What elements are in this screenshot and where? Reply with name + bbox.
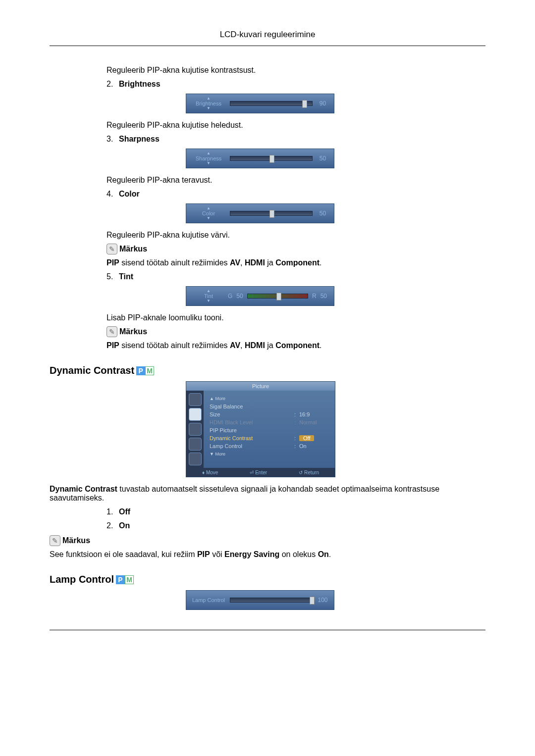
bold-text: PIP xyxy=(197,550,210,558)
item-label: Brightness xyxy=(119,80,160,89)
slider-thumb xyxy=(269,155,274,163)
osd-title: Picture xyxy=(186,382,335,391)
item-brightness: 2. Brightness xyxy=(107,80,485,89)
osd-row-dynamic-contrast: Dynamic Contrast:Off xyxy=(210,434,329,442)
item-label: Sharpness xyxy=(119,135,160,144)
item-label: Off xyxy=(119,507,130,516)
color-slider-widget: ▲ Color ▼ 50 xyxy=(186,203,334,223)
note-row: ✎ Märkus xyxy=(50,535,485,546)
tint-r-label: R xyxy=(312,293,317,300)
text: , xyxy=(240,258,245,267)
tint-slider-widget: ▲ Tint ▼ G 50 R 50 xyxy=(186,286,334,306)
dc-note-text: See funktsioon ei ole saadaval, kui reži… xyxy=(50,550,485,559)
slider-label-column: ▲ Tint ▼ xyxy=(191,289,226,303)
slider-value: 100 xyxy=(317,597,329,604)
bold-text: On xyxy=(318,550,329,558)
bold-text: Dynamic Contrast xyxy=(50,485,117,493)
dc-option-on: 2. On xyxy=(50,521,485,530)
slider-track xyxy=(230,156,313,161)
slider-track xyxy=(230,101,313,106)
text: ja xyxy=(265,341,275,350)
tint-g-value: 50 xyxy=(236,293,243,300)
osd-footer: ♦ Move ⏎ Enter ↺ Return xyxy=(186,468,335,477)
slider-value: 90 xyxy=(317,100,329,107)
item-number: 1. xyxy=(107,507,119,516)
note-label: Märkus xyxy=(62,536,90,545)
slider-thumb xyxy=(276,293,281,301)
color-note-text: PIP sisend töötab ainult režiimides AV, … xyxy=(107,258,485,267)
osd-row-lamp-control: Lamp Control:On xyxy=(210,442,329,450)
arrow-down-icon: ▼ xyxy=(207,106,211,110)
note-icon: ✎ xyxy=(107,326,117,337)
note-label: Märkus xyxy=(119,327,147,336)
bold-text: PIP xyxy=(107,341,119,350)
slider-track xyxy=(230,211,313,216)
item-label: Tint xyxy=(119,272,133,281)
bold-text: Energy Saving xyxy=(224,550,279,558)
tint-r-value: 50 xyxy=(321,293,327,300)
osd-menu-icon xyxy=(189,408,202,421)
slider-label-column: ▲ Brightness ▼ xyxy=(191,97,226,110)
item-number: 3. xyxy=(107,135,119,144)
pm-icon: P M xyxy=(136,366,154,375)
osd-more-up: ▲ More xyxy=(210,395,329,403)
osd-row-pip-picture: PIP Picture xyxy=(210,426,329,434)
item-tint: 5. Tint xyxy=(107,272,485,281)
m-icon: M xyxy=(125,575,134,584)
osd-menu-icon xyxy=(189,438,202,451)
bold-text: HDMI xyxy=(245,258,265,267)
tint-note-text: PIP sisend töötab ainult režiimides AV, … xyxy=(107,341,485,350)
bold-text: AV xyxy=(230,341,240,350)
text: sisend töötab ainult režiimides xyxy=(119,341,230,350)
item-color: 4. Color xyxy=(107,190,485,199)
note-row: ✎ Märkus xyxy=(107,244,485,254)
item-number: 2. xyxy=(107,521,119,530)
slider-thumb xyxy=(302,100,307,108)
heading-text: Dynamic Contrast xyxy=(50,365,134,376)
intro-text: Reguleerib PIP-akna kujutise kontrastsus… xyxy=(107,66,485,75)
lamp-control-slider-widget: Lamp Control 100 xyxy=(186,590,334,610)
osd-menu-icon xyxy=(189,423,202,436)
pm-icon: P M xyxy=(116,575,134,584)
tint-desc: Lisab PIP-aknale loomuliku tooni. xyxy=(107,313,485,322)
item-label: Color xyxy=(119,190,140,199)
arrow-up-icon: ▲ xyxy=(207,289,211,293)
bold-text: Component xyxy=(275,258,320,267)
text: või xyxy=(210,550,224,558)
m-icon: M xyxy=(145,366,154,375)
color-desc: Reguleerib PIP-akna kujutise värvi. xyxy=(107,231,485,240)
osd-row-size: Size:16:9 xyxy=(210,410,329,418)
text: , xyxy=(240,341,245,350)
sharpness-desc: Reguleerib PIP-akna teravust. xyxy=(107,176,485,185)
sharpness-slider-widget: ▲ Sharpness ▼ 50 xyxy=(186,149,334,168)
arrow-down-icon: ▼ xyxy=(207,299,211,303)
heading-text: Lamp Control xyxy=(50,574,114,585)
dc-option-off: 1. Off xyxy=(50,507,485,516)
bold-text: AV xyxy=(230,258,240,267)
slider-thumb xyxy=(269,210,274,218)
note-label: Märkus xyxy=(119,245,147,253)
arrow-up-icon: ▲ xyxy=(207,151,211,155)
osd-more-down: ▼ More xyxy=(210,450,329,458)
arrow-down-icon: ▼ xyxy=(207,161,211,165)
osd-list: ▲ More Sigal Balance Size:16:9 HDMI Blac… xyxy=(204,391,335,468)
brightness-desc: Reguleerib PIP-akna kujutise heledust. xyxy=(107,121,485,130)
tint-g-label: G xyxy=(228,293,232,300)
footer-move: ♦ Move xyxy=(202,470,218,475)
text: ja xyxy=(265,258,275,267)
page-header: LCD-kuvari reguleerimine xyxy=(50,30,485,46)
slider-track xyxy=(230,598,313,603)
note-row: ✎ Märkus xyxy=(107,326,485,337)
text: sisend töötab ainult režiimides xyxy=(119,258,230,267)
item-number: 2. xyxy=(107,80,119,89)
slider-name: Lamp Control xyxy=(192,597,225,603)
osd-row-signal-balance: Sigal Balance xyxy=(210,403,329,410)
footer-enter: ⏎ Enter xyxy=(250,470,267,475)
osd-icon-column xyxy=(186,391,204,468)
arrow-up-icon: ▲ xyxy=(207,206,211,210)
bold-text: Component xyxy=(275,341,320,350)
p-icon: P xyxy=(136,366,145,375)
bold-text: PIP xyxy=(107,258,119,267)
text: See funktsioon ei ole saadaval, kui reži… xyxy=(50,550,197,558)
p-icon: P xyxy=(116,575,125,584)
